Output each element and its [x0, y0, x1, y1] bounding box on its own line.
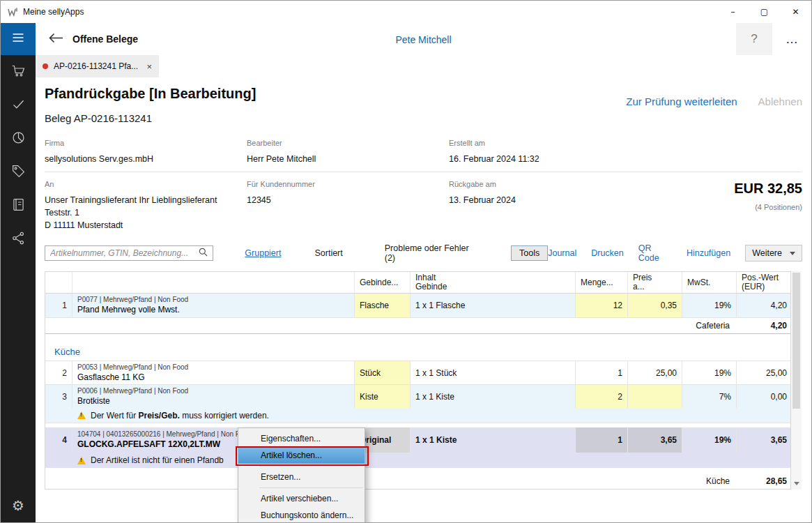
- scrollbar-thumb[interactable]: [792, 273, 800, 409]
- drucken-link[interactable]: Drucken: [591, 248, 624, 258]
- weitere-dropdown-button[interactable]: Weitere: [745, 245, 802, 262]
- scrollbar-down-icon[interactable]: [791, 478, 802, 488]
- sidebar-item-journal[interactable]: [1, 189, 36, 222]
- hinzufuegen-link[interactable]: Hinzufügen: [687, 248, 730, 258]
- table-row-2[interactable]: 2 P0053 | Mehrweg/Pfand | Non Food Gasfl…: [45, 361, 790, 384]
- maximize-button[interactable]: ▢: [749, 1, 780, 23]
- field-label: Firma: [45, 139, 153, 147]
- sidebar-item-statistics[interactable]: [1, 122, 36, 156]
- sidebar-item-share[interactable]: [1, 222, 36, 256]
- col-gebinde[interactable]: Gebinde...: [354, 272, 410, 293]
- col-preis[interactable]: Preisa...: [627, 272, 682, 293]
- toggle-sortiert[interactable]: Sortiert: [314, 248, 342, 258]
- filter-probleme-fehler[interactable]: Probleme oder Fehler (2): [385, 243, 480, 263]
- titlebar: Meine sellyApps – ▢ ✕: [1, 1, 811, 23]
- table-scrollbar[interactable]: [791, 271, 802, 490]
- table-header-row: Gebinde... InhaltGebinde Menge... Preisa…: [45, 272, 790, 294]
- menu-item-ersetzen[interactable]: Ersetzen...: [238, 469, 365, 485]
- cell-menge[interactable]: 1: [575, 427, 627, 453]
- field-label: Rückgabe am: [449, 180, 516, 188]
- warning-text: Der Artikel ist nicht für einen Pfandb: [91, 455, 224, 465]
- warning-indent: [45, 453, 72, 468]
- sidebar-item-labels[interactable]: [1, 156, 36, 189]
- field-divider: [45, 172, 802, 172]
- minimize-button[interactable]: –: [717, 1, 749, 23]
- col-mwst[interactable]: MwSt.: [682, 272, 736, 293]
- article-meta: P0006 | Mehrweg/Pfand | Non Food: [77, 387, 188, 395]
- field-label: Für Kundennummer: [247, 180, 315, 188]
- help-button[interactable]: ?: [736, 23, 772, 55]
- back-button[interactable]: [45, 29, 66, 50]
- sidebar-item-tasks[interactable]: [1, 89, 36, 122]
- check-icon: [11, 97, 26, 114]
- menu-item-artikel-loeschen[interactable]: Artikel löschen...: [238, 447, 365, 464]
- tab-bar: AP-0216-113241 Pfa... ×: [36, 55, 811, 77]
- warning-body: Der Wert für Preis/Geb. muss korrigiert …: [72, 408, 792, 423]
- tab-close-icon[interactable]: ×: [141, 61, 152, 72]
- group-header-kueche[interactable]: Küche: [45, 342, 790, 361]
- cell-preis[interactable]: 3,65: [627, 427, 682, 453]
- weitere-label: Weitere: [752, 248, 782, 258]
- field-erstellt-am: Erstellt am 16. Februar 2024 11:32: [449, 139, 539, 165]
- cell-gebinde[interactable]: Flasche: [354, 294, 410, 317]
- tab-label: AP-0216-113241 Pfa...: [54, 61, 138, 71]
- field-value: 12345: [247, 194, 315, 206]
- field-label: Erstellt am: [449, 139, 539, 147]
- cell-inhalt: 1 x 1 Kiste: [410, 385, 575, 408]
- tab-document[interactable]: AP-0216-113241 Pfa... ×: [36, 55, 159, 77]
- forward-for-review-link[interactable]: Zur Prüfung weiterleiten: [626, 96, 737, 107]
- qr-code-link[interactable]: QR Code: [638, 243, 672, 263]
- cell-preis[interactable]: 0,35: [627, 294, 682, 317]
- more-options-button[interactable]: …: [776, 23, 807, 55]
- table-row-3[interactable]: 3 P0006 | Mehrweg/Pfand | Non Food Brotk…: [45, 384, 790, 408]
- menu-item-eigenschaften[interactable]: Eigenschaften...: [238, 430, 365, 447]
- journal-link[interactable]: Journal: [548, 248, 576, 258]
- warning-icon: [77, 411, 86, 419]
- document-content: Pfandrückgabe [In Bearbeitung] Beleg AP-…: [36, 77, 811, 522]
- tab-status-dot-icon: [43, 63, 48, 69]
- tools-button[interactable]: Tools: [511, 245, 548, 261]
- cell-menge[interactable]: 1: [575, 361, 627, 384]
- table-row-4-selected[interactable]: 4 104704 | 04013265000216 | Mehrweg/Pfan…: [45, 427, 790, 453]
- item-toolbar: Gruppiert Sortiert Probleme oder Fehler …: [45, 245, 802, 262]
- cell-inhalt: 1 x 1 Stück: [410, 361, 575, 384]
- cell-menge[interactable]: 2: [575, 385, 627, 408]
- toggle-gruppiert[interactable]: Gruppiert: [245, 248, 281, 258]
- menu-separator: [259, 487, 363, 488]
- settings-button[interactable]: ⚙: [1, 490, 36, 521]
- group-subtotal-kueche: Küche 28,65: [45, 473, 790, 489]
- hamburger-menu-button[interactable]: [1, 23, 36, 55]
- gear-icon: ⚙: [12, 497, 24, 514]
- menu-item-buchungskonto-aendern[interactable]: Buchungskonto ändern...: [238, 507, 365, 523]
- chevron-down-icon: [790, 252, 795, 255]
- window-controls: – ▢ ✕: [717, 1, 811, 23]
- document-fields: Firma sellysolutions Serv.ges.mbH Bearbe…: [45, 139, 802, 236]
- reject-link[interactable]: Ablehnen: [758, 96, 802, 107]
- cell-mwst: 19%: [682, 427, 736, 453]
- warning-text: Der Wert für Preis/Geb. muss korrigiert …: [91, 411, 269, 420]
- group-subtotal-value: 28,65: [736, 473, 792, 489]
- sidebar: ⚙: [1, 23, 36, 522]
- col-pos-wert[interactable]: Pos.-Wert(EUR): [736, 272, 792, 293]
- cell-preis[interactable]: [627, 385, 682, 408]
- document-actions: Zur Prüfung weiterleiten Ablehnen: [626, 96, 802, 107]
- cell-preis[interactable]: 25,00: [627, 361, 682, 384]
- col-number: [45, 272, 72, 293]
- col-menge[interactable]: Menge...: [575, 272, 627, 293]
- pie-chart-icon: [11, 130, 26, 148]
- close-button[interactable]: ✕: [780, 1, 811, 23]
- cell-menge[interactable]: 12: [575, 294, 627, 317]
- menu-item-artikel-verschieben[interactable]: Artikel verschieben...: [238, 490, 365, 507]
- search-input[interactable]: [50, 248, 199, 258]
- field-value: 13. Februar 2024: [449, 194, 516, 206]
- sidebar-item-cart[interactable]: [1, 55, 36, 89]
- table-row-1[interactable]: 1 P0077 | Mehrweg/Pfand | Non Food Pfand…: [45, 294, 790, 317]
- row-description: P0077 | Mehrweg/Pfand | Non Food Pfand M…: [72, 294, 354, 317]
- menu-separator: [259, 466, 363, 467]
- search-icon[interactable]: [199, 248, 208, 259]
- cell-gebinde[interactable]: Kiste: [354, 385, 410, 408]
- cell-pos-wert: 3,65: [736, 427, 792, 453]
- cell-gebinde[interactable]: Stück: [354, 361, 410, 384]
- col-inhalt-gebinde[interactable]: InhaltGebinde: [410, 272, 575, 293]
- article-meta: 104704 | 04013265000216 | Mehrweg/Pfand …: [77, 430, 252, 439]
